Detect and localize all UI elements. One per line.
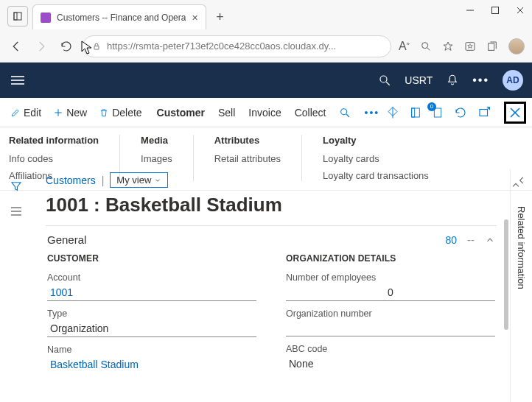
right-rail-label[interactable]: Related information (516, 206, 527, 289)
breadcrumb-customers[interactable]: Customers (46, 174, 96, 186)
read-aloud-icon[interactable]: A» (399, 40, 410, 53)
refresh-icon[interactable] (454, 106, 467, 119)
svg-rect-21 (412, 108, 415, 117)
svg-line-19 (346, 114, 349, 117)
filter-icon[interactable] (10, 180, 23, 193)
account-label: Account (47, 272, 256, 283)
tab-favicon-icon (41, 13, 51, 23)
close-window-icon[interactable] (516, 6, 525, 15)
left-rail (0, 169, 32, 402)
favorite-icon[interactable] (442, 40, 454, 52)
toolbar-overflow-icon[interactable]: ••• (364, 107, 379, 119)
close-form-button[interactable] (504, 102, 526, 124)
url-text: https://rsmta-peter713ef2c0ce428cc0aos.c… (107, 40, 336, 52)
nav-hamburger-button[interactable] (9, 71, 27, 89)
view-selector[interactable]: My view (110, 172, 168, 188)
svg-rect-1 (14, 13, 17, 20)
new-button[interactable]: New (49, 104, 91, 121)
svg-point-14 (380, 76, 387, 82)
svg-line-8 (427, 48, 430, 50)
right-rail-expand-icon[interactable] (517, 175, 527, 186)
ribbon-group-title: Loyalty (323, 135, 429, 146)
office-icon[interactable] (410, 107, 421, 119)
type-label: Type (47, 308, 256, 319)
section-header[interactable]: General 80 -- (46, 226, 497, 253)
collections-icon[interactable] (486, 40, 498, 52)
header-search-icon[interactable] (378, 74, 391, 87)
edit-label: Edit (24, 107, 41, 119)
chevron-up-icon (485, 235, 495, 245)
view-label: My view (116, 174, 151, 186)
svg-rect-23 (480, 109, 488, 116)
ribbon-link-infocodes[interactable]: Info codes (9, 153, 99, 164)
user-avatar[interactable]: AD (503, 70, 523, 91)
svg-point-7 (422, 42, 428, 48)
app-header: USRT ••• AD (0, 63, 532, 98)
svg-rect-10 (489, 43, 494, 50)
svg-rect-3 (492, 7, 499, 14)
ribbon-link-retailattr[interactable]: Retail attributes (214, 153, 281, 164)
group-org: ORGANIZATION DETAILS (286, 253, 495, 264)
refresh-button[interactable] (57, 38, 75, 55)
svg-rect-0 (14, 13, 21, 20)
breadcrumb-separator: | (102, 174, 105, 186)
name-field[interactable]: Basketball Stadium (47, 356, 256, 373)
type-field[interactable]: Organization (47, 320, 256, 337)
list-icon[interactable] (10, 206, 23, 216)
abc-label: ABC code (286, 344, 495, 354)
company-indicator[interactable]: USRT (405, 74, 433, 86)
delete-label: Delete (112, 107, 141, 119)
attach-icon[interactable] (386, 106, 399, 119)
new-tab-button[interactable]: + (209, 6, 231, 28)
browser-chrome: Customers -- Finance and Opera × + https… (0, 0, 532, 63)
employees-label: Number of employees (286, 272, 495, 283)
tab-invoice[interactable]: Invoice (248, 107, 281, 119)
browser-tab[interactable]: Customers -- Finance and Opera × (32, 4, 206, 29)
form-body: Customers | My view 1001 : Basketball St… (32, 169, 510, 402)
profile-avatar[interactable] (508, 38, 525, 54)
ribbon-link-images[interactable]: Images (141, 153, 172, 164)
ribbon-group-title: Attributes (214, 135, 281, 146)
notifications-icon[interactable] (446, 74, 459, 87)
account-field[interactable]: 1001 (47, 284, 256, 301)
right-rail: Related information (510, 169, 532, 402)
ribbon-link-loyaltycards[interactable]: Loyalty cards (323, 153, 429, 164)
pin-badge-icon[interactable]: 0 (432, 107, 444, 119)
svg-rect-20 (412, 108, 420, 117)
edit-button[interactable]: Edit (6, 104, 46, 121)
window-controls (466, 6, 525, 15)
action-toolbar: Edit New Delete Customer Sell Invoice Co… (0, 98, 532, 127)
orgnum-label: Organization number (286, 308, 495, 319)
action-tabs: Customer Sell Invoice Collect (157, 107, 326, 119)
more-icon[interactable]: ••• (472, 74, 489, 87)
minimize-icon[interactable] (466, 6, 475, 15)
page-title: 1001 : Basketball Stadium (46, 194, 497, 216)
abc-field[interactable]: None (286, 356, 495, 372)
favorites-bar-icon[interactable] (464, 40, 476, 52)
back-button[interactable] (7, 38, 25, 55)
employees-field[interactable]: 0 (286, 284, 495, 301)
tab-customer[interactable]: Customer (157, 107, 205, 119)
svg-point-18 (341, 108, 347, 114)
tab-title: Customers -- Finance and Opera (57, 13, 186, 23)
zoom-icon[interactable] (420, 40, 432, 52)
section-general: General 80 -- CUSTOMER Account 1001 Type… (46, 225, 497, 373)
address-bar[interactable]: https://rsmta-peter713ef2c0ce428cc0aos.c… (83, 35, 391, 57)
section-count: 80 (445, 234, 457, 246)
delete-button[interactable]: Delete (94, 104, 146, 121)
orgnum-field[interactable] (286, 320, 495, 336)
group-customer: CUSTOMER (47, 253, 256, 264)
tab-actions-button[interactable] (7, 6, 28, 27)
tab-sell[interactable]: Sell (218, 107, 235, 119)
ribbon-group-title: Media (141, 135, 172, 146)
scrollbar-thumb[interactable] (504, 219, 508, 330)
section-name: General (47, 233, 86, 246)
popout-icon[interactable] (477, 106, 491, 119)
tab-collect[interactable]: Collect (295, 107, 326, 119)
toolbar-search-icon[interactable] (339, 107, 351, 119)
maximize-icon[interactable] (491, 6, 500, 15)
new-label: New (66, 107, 87, 119)
lock-icon (92, 42, 101, 51)
section-dash: -- (467, 233, 475, 246)
tab-close-icon[interactable]: × (192, 12, 197, 24)
